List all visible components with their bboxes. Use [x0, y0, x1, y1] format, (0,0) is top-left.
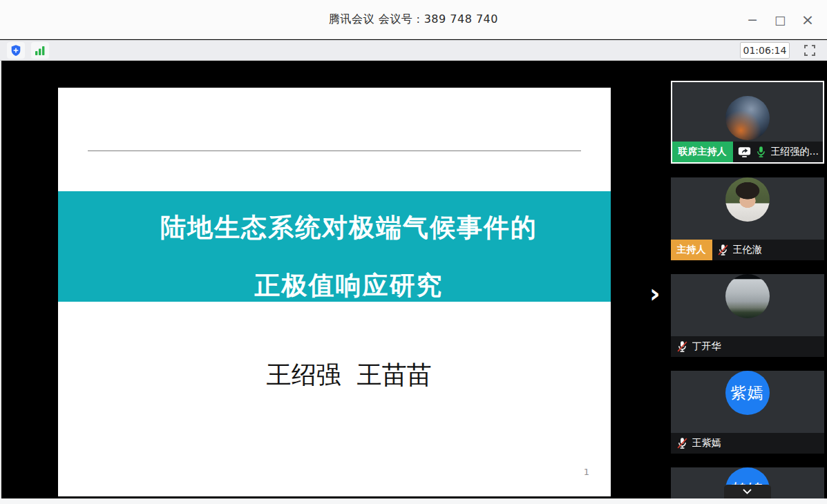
role-badge: 主持人 [671, 240, 712, 260]
collapse-panel-button[interactable] [724, 485, 771, 498]
shield-plus-icon [10, 44, 22, 57]
screen-share-icon [738, 146, 751, 158]
meeting-window: 腾讯会议 会议号：389 748 740 ─ □ × 01:06:14 [0, 0, 827, 504]
participant-name: 王绍强的... [771, 146, 819, 158]
meeting-timer: 01:06:14 [740, 42, 790, 59]
slide-title-line2: 正极值响应研究 [255, 269, 444, 303]
chevron-down-icon [743, 489, 752, 494]
shared-slide: 陆地生态系统对极端气候事件的正极值响应研究 王绍强 王苗苗 1 [58, 88, 611, 496]
video-panel: 联席主持人 王绍强的... [667, 79, 827, 498]
slide-title-line1: 陆地生态系统对极端气候事件的 [160, 211, 538, 245]
slide-title-banner: 陆地生态系统对极端气候事件的正极值响应研究 [58, 191, 611, 302]
slide-divider-line [88, 151, 581, 151]
participant-info-bar: 王紫嫣 [671, 433, 824, 454]
fullscreen-button[interactable] [799, 42, 820, 59]
signal-bars-icon [34, 44, 46, 57]
slide-authors: 王绍强 王苗苗 [73, 358, 625, 392]
security-shield-icon[interactable] [7, 42, 25, 59]
network-signal-icon[interactable] [31, 42, 49, 59]
stage-area: 陆地生态系统对极端气候事件的正极值响应研究 王绍强 王苗苗 1 › 联席主持人 [0, 61, 827, 498]
maximize-button[interactable]: □ [766, 6, 794, 34]
participant-avatar [725, 177, 770, 222]
participant-info-bar: 主持人 王伦澈 [671, 240, 824, 260]
expand-panel-chevron-icon[interactable]: › [649, 280, 660, 307]
window-controls: ─ □ × [739, 0, 821, 39]
participant-avatar: 紫嫣 [725, 371, 770, 415]
close-button[interactable]: × [794, 6, 821, 34]
title-bar: 腾讯会议 会议号：389 748 740 ─ □ × [0, 0, 827, 39]
participant-name: 王紫嫣 [692, 437, 721, 449]
meeting-toolbar: 01:06:14 [0, 40, 827, 61]
mic-on-icon [755, 146, 767, 158]
minimize-button[interactable]: ─ [739, 6, 766, 34]
participant-tile-list: 联席主持人 王绍强的... [667, 81, 827, 498]
role-badge: 联席主持人 [672, 142, 733, 162]
window-bottom-edge [0, 498, 827, 504]
participant-tile[interactable]: 紫嫣 王紫嫣 [671, 371, 824, 454]
participant-info-bar: 联席主持人 王绍强的... [672, 142, 823, 162]
mic-muted-icon [717, 244, 729, 256]
participant-info-bar: 丁开华 [671, 336, 824, 357]
participant-avatar [725, 96, 770, 140]
mic-muted-icon [676, 437, 688, 449]
participant-tile[interactable]: 联席主持人 王绍强的... [671, 81, 824, 164]
participant-avatar [725, 274, 770, 318]
participant-tile[interactable]: 主持人 王伦澈 [671, 177, 824, 260]
participant-name: 王伦澈 [733, 244, 762, 256]
mic-muted-icon [676, 340, 688, 353]
fullscreen-corners-icon [803, 43, 817, 57]
toolbar-right-group: 01:06:14 [740, 42, 820, 59]
window-title: 腾讯会议 会议号：389 748 740 [329, 12, 498, 27]
slide-page-number: 1 [580, 467, 593, 477]
participant-tile[interactable]: 丁开华 [671, 274, 824, 357]
participant-name: 丁开华 [692, 340, 721, 353]
